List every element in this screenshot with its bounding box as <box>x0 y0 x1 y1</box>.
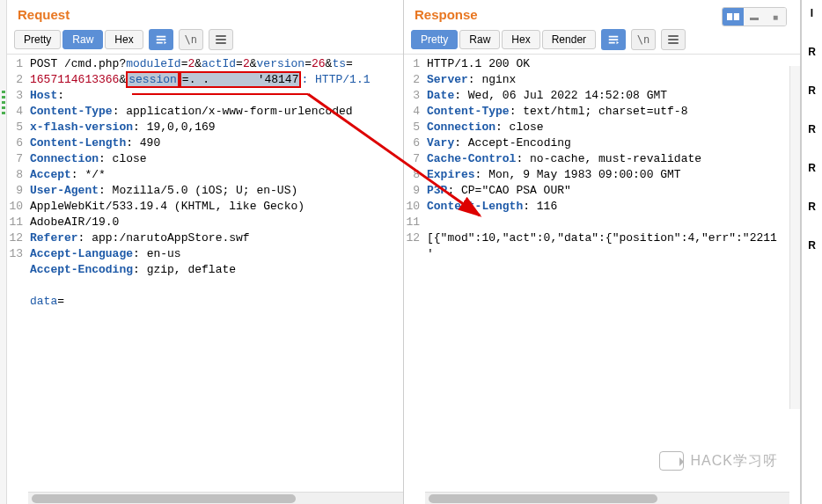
code-line[interactable] <box>28 278 403 294</box>
code-line[interactable]: HTTP/1.1 200 OK <box>425 56 800 72</box>
code-line[interactable]: Content-Type: text/html; charset=utf-8 <box>425 104 800 120</box>
code-line[interactable]: Content-Type: application/x-www-form-url… <box>28 104 403 120</box>
view-full-icon[interactable]: ■ <box>765 8 786 26</box>
code-line[interactable]: Accept: */* <box>28 167 403 183</box>
code-line[interactable]: POST /cmd.php?moduleId=2&actId=2&version… <box>28 56 403 72</box>
menu-icon[interactable] <box>209 29 233 50</box>
watermark: HACK学习呀 <box>659 451 778 471</box>
view-toggle: ▬ ■ <box>722 7 787 26</box>
code-line[interactable]: Content-Length: 490 <box>28 135 403 151</box>
newline-icon[interactable]: \n <box>631 29 656 50</box>
request-code[interactable]: POST /cmd.php?moduleId=2&actId=2&version… <box>28 55 403 504</box>
left-gutter <box>0 0 7 504</box>
code-line[interactable]: Connection: close <box>28 151 403 167</box>
code-line[interactable]: User-Agent: Mozilla/5.0 (iOS; U; en-US) <box>28 183 403 199</box>
right-sidebar: IRRRRRR <box>801 0 822 504</box>
code-line[interactable]: Server: nginx <box>425 72 800 88</box>
right-label[interactable]: R <box>802 162 822 174</box>
code-line[interactable]: [{"mod":10,"act":0,"data":{"position":4,… <box>425 230 800 246</box>
right-label[interactable]: I <box>802 7 822 19</box>
view-single-icon[interactable]: ▬ <box>744 8 765 26</box>
request-gutter: 12345678910111213 <box>7 55 28 504</box>
request-panel: Request PrettyRawHex\n 12345678910111213… <box>7 0 404 504</box>
code-line[interactable]: Expires: Mon, 9 May 1983 09:00:00 GMT <box>425 167 800 183</box>
code-line[interactable]: Cache-Control: no-cache, must-revalidate <box>425 151 800 167</box>
code-line[interactable]: 1657114613366&session=. . '48147: HTTP/1… <box>28 72 403 88</box>
menu-icon[interactable] <box>661 29 686 50</box>
right-label[interactable]: R <box>802 201 822 213</box>
code-line[interactable] <box>425 215 800 230</box>
expand-icon[interactable] <box>149 29 173 50</box>
response-title: Response <box>415 7 478 22</box>
expand-icon[interactable] <box>601 29 626 50</box>
code-line[interactable]: x-flash-version: 19,0,0,169 <box>28 120 403 135</box>
newline-icon[interactable]: \n <box>179 29 203 50</box>
code-line[interactable]: Connection: close <box>425 120 800 135</box>
right-label[interactable]: R <box>802 239 822 252</box>
response-toolbar: PrettyRawHexRender\n <box>404 26 800 55</box>
tab-hex[interactable]: Hex <box>502 30 539 49</box>
wechat-icon <box>659 451 684 471</box>
tab-pretty[interactable]: Pretty <box>14 30 61 49</box>
code-line[interactable]: data= <box>28 294 403 310</box>
response-vscroll[interactable] <box>789 66 800 409</box>
code-line[interactable]: AppleWebKit/533.19.4 (KHTML, like Gecko) <box>28 199 403 215</box>
code-line[interactable]: AdobeAIR/19.0 <box>28 215 403 230</box>
tab-raw[interactable]: Raw <box>62 30 103 49</box>
view-split-icon[interactable] <box>723 8 744 26</box>
right-label[interactable]: R <box>802 123 822 135</box>
watermark-text: HACK学习呀 <box>691 452 778 471</box>
code-line[interactable]: Date: Wed, 06 Jul 2022 14:52:08 GMT <box>425 88 800 104</box>
code-line[interactable]: Vary: Accept-Encoding <box>425 135 800 151</box>
svg-rect-1 <box>734 13 739 21</box>
code-line[interactable]: Accept-Encoding: gzip, deflate <box>28 262 403 278</box>
svg-rect-0 <box>727 13 732 21</box>
right-label[interactable]: R <box>802 46 822 58</box>
right-label[interactable]: R <box>802 84 822 97</box>
code-line[interactable]: P3P: CP="CAO PSA OUR" <box>425 183 800 199</box>
code-line[interactable]: Accept-Language: en-us <box>28 246 403 262</box>
code-line[interactable]: Host: <box>28 88 403 104</box>
response-gutter: 123456789101112 <box>404 55 425 504</box>
code-line[interactable]: Content-Length: 116 <box>425 199 800 215</box>
code-line[interactable]: ' <box>425 246 800 262</box>
tab-render[interactable]: Render <box>542 30 596 49</box>
response-panel: Response PrettyRawHexRender\n 1234567891… <box>404 0 801 504</box>
tab-hex[interactable]: Hex <box>105 30 143 49</box>
request-toolbar: PrettyRawHex\n <box>7 26 403 55</box>
tab-raw[interactable]: Raw <box>459 30 500 49</box>
response-hscroll[interactable] <box>425 492 789 504</box>
tab-pretty[interactable]: Pretty <box>411 30 458 49</box>
response-code[interactable]: HTTP/1.1 200 OKServer: nginxDate: Wed, 0… <box>425 55 800 504</box>
request-hscroll[interactable] <box>28 492 403 504</box>
request-title: Request <box>18 7 70 22</box>
code-line[interactable]: Referer: app:/narutoAppStore.swf <box>28 230 403 246</box>
